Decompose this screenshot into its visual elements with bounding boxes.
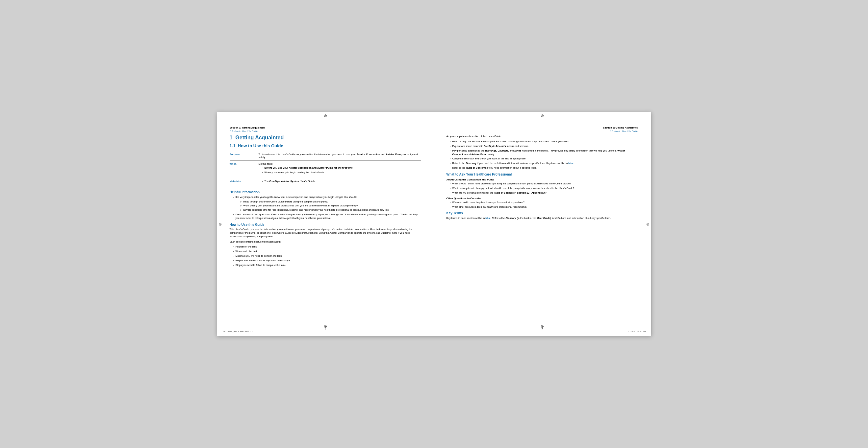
right-header-section-label: Section 1: Getting Acquainted [603, 126, 638, 129]
companion-bullets: What should I do if I have problems oper… [446, 182, 638, 195]
document-spread: ⊕ ⊕ Section 1: Getting Acquainted 1.1 Ho… [217, 112, 651, 336]
table-row-when: When Do this task: Before you use your A… [230, 161, 421, 178]
what-to-ask-title: What to Ask Your Healthcare Professional [446, 173, 638, 176]
when-bullets: Before you use your Aviator Companion an… [259, 166, 418, 175]
key-terms-text: Key terms in each section will be in blu… [446, 217, 638, 220]
when-bullet-2: When you are ready to begin reading the … [262, 171, 418, 175]
key-terms-title: Key Terms [446, 211, 638, 215]
table-row-materials: Materials The FreeStyle Aviator System U… [230, 178, 421, 187]
crosshair-right-mid: ⊕ [646, 222, 650, 227]
how-to-use-body-title: How to Use this Guide [230, 223, 421, 227]
as-you-complete-bullets: Read through the section and complete ea… [446, 140, 638, 170]
purpose-content: To learn to use this User's Guide so you… [256, 151, 421, 161]
info-table: Purpose To learn to use this User's Guid… [230, 151, 421, 187]
materials-content: The FreeStyle Aviator System User's Guid… [256, 178, 421, 187]
purpose-label: Purpose [230, 151, 256, 161]
page-left: ⊕ ⊕ Section 1: Getting Acquainted 1.1 Ho… [217, 112, 434, 336]
when-bullet-1: Before you use your Aviator Companion an… [262, 166, 418, 170]
helpful-bullets: It is very important for you to get to k… [230, 196, 421, 220]
helpful-bullet-1: It is very important for you to get to k… [233, 196, 421, 212]
about-companion-subhead: About Using the Companion and Pump [446, 178, 638, 181]
right-page-header: Section 1: Getting Acquainted 1.1 How to… [446, 124, 638, 133]
page-right: ⊕ ⊕ Section 1: Getting Acquainted 1.1 Ho… [434, 112, 651, 336]
how-to-use-para-1: This User's Guide provides the informati… [230, 228, 421, 239]
when-label: When [230, 161, 256, 178]
helpful-info-title: Helpful Information [230, 190, 421, 194]
materials-label: Materials [230, 178, 256, 187]
section-title: 1.1 How to Use this Guide [230, 143, 421, 148]
footer-timestamp: 2/1/09 11:29:32 AM [627, 330, 646, 333]
helpful-bullet-2: Don't be afraid to ask questions. Keep a… [233, 213, 421, 220]
right-header-section-link: 1.1 How to Use this Guide [446, 130, 638, 133]
chapter-title: 1 Getting Acquainted [230, 135, 421, 141]
footer-doc-id: DOC15736_Rev-A-Man.indd 1-2 [222, 330, 253, 333]
other-questions-subhead: Other Questions to Consider [446, 197, 638, 200]
how-to-use-para-2: Each section contains useful information… [230, 240, 421, 244]
how-to-use-bullets: Purpose of the task. When to do the task… [230, 245, 421, 267]
materials-bullets: The FreeStyle Aviator System User's Guid… [259, 180, 418, 183]
crosshair-top-left: ⊕ [324, 113, 327, 118]
table-row-purpose: Purpose To learn to use this User's Guid… [230, 151, 421, 161]
crosshair-left-mid: ⊕ [218, 222, 222, 227]
left-page-header: Section 1: Getting Acquainted 1.1 How to… [230, 124, 421, 133]
crosshair-top-right: ⊕ [540, 113, 544, 118]
left-header-section-link: 1.1 How to Use this Guide [230, 130, 421, 133]
arrow-bullets-1: Read through this entire User's Guide be… [236, 200, 421, 212]
other-bullets: When should I contact my healthcare prof… [446, 201, 638, 209]
crosshair-bottom-right: ⊕ [540, 324, 544, 329]
right-intro-text: As you complete each section of the User… [446, 135, 638, 138]
when-content: Do this task: Before you use your Aviato… [256, 161, 421, 178]
left-header-section-label: Section 1: Getting Acquainted [230, 126, 265, 129]
crosshair-bottom-left: ⊕ [324, 324, 327, 329]
